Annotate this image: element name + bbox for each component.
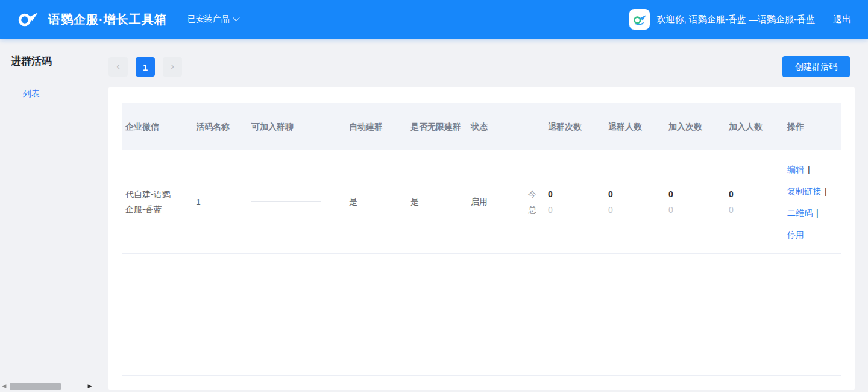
cell-auto-create: 是 (345, 197, 407, 207)
sidebar-title: 进群活码 (0, 54, 99, 68)
action-separator: | (825, 186, 827, 196)
qrcode-link[interactable]: 二维码 (787, 208, 813, 218)
app-logo-icon (17, 11, 39, 27)
pagination: ‹ 1 › (108, 57, 182, 77)
toolbar: ‹ 1 › 创建群活码 (108, 57, 855, 77)
sidebar-item-list[interactable]: 列表 (0, 89, 99, 100)
logout-button[interactable]: 退出 (833, 14, 851, 25)
col-header-wecom: 企业微信 (122, 120, 192, 133)
table-row: 代自建-语鹦企服-香蓝 1 是 是 启用 今 总 0 0 0 (122, 150, 841, 254)
cell-leave-people: 0 0 (605, 186, 665, 218)
create-group-code-button[interactable]: 创建群活码 (782, 56, 850, 77)
pagination-prev-button[interactable]: ‹ (108, 57, 128, 77)
cell-leave-count: 0 0 (544, 186, 605, 218)
disable-link[interactable]: 停用 (787, 230, 804, 239)
col-header-auto-create: 自动建群 (345, 120, 407, 133)
scrollbar-track[interactable] (8, 382, 86, 390)
main-content: ‹ 1 › 创建群活码 企业微信 活码名称 可加入群聊 自动建群 是否无限建群 … (99, 39, 868, 392)
cell-unlimited: 是 (407, 197, 467, 207)
user-avatar[interactable] (629, 9, 650, 30)
table-card: 企业微信 活码名称 可加入群聊 自动建群 是否无限建群 状态 退群次数 退群人数… (108, 87, 855, 390)
cell-code-name: 1 (192, 197, 248, 207)
col-header-joinable-groups: 可加入群聊 (248, 120, 345, 133)
col-header-status: 状态 (467, 120, 524, 133)
installed-products-label: 已安装产品 (187, 14, 230, 25)
cell-status: 启用 (467, 197, 524, 207)
top-navbar: 语鹦企服·增长工具箱 已安装产品 欢迎你, 语鹦企服-香蓝 —语鹦企服-香蓝 退… (0, 0, 868, 39)
cell-stat-labels: 今 总 (524, 186, 544, 218)
sidebar: 进群活码 列表 (0, 39, 99, 392)
scrollbar-thumb[interactable] (10, 383, 61, 390)
app-title: 语鹦企服·增长工具箱 (48, 11, 167, 28)
today-label: 今 (528, 186, 544, 202)
welcome-text: 欢迎你, 语鹦企服-香蓝 —语鹦企服-香蓝 (657, 14, 816, 25)
total-label: 总 (528, 202, 544, 218)
cell-join-count: 0 0 (665, 186, 725, 218)
scroll-left-icon[interactable]: ◀ (0, 382, 8, 390)
table-empty-region (122, 254, 841, 376)
cell-joinable-groups (248, 201, 345, 202)
joinable-groups-empty-line (251, 201, 321, 202)
cell-join-people: 0 0 (725, 186, 784, 218)
chevron-down-icon (233, 14, 239, 21)
col-header-code-name: 活码名称 (192, 120, 248, 133)
copy-link-link[interactable]: 复制链接 (787, 186, 821, 196)
action-separator: | (816, 208, 819, 218)
scroll-right-icon[interactable]: ▶ (86, 382, 94, 390)
action-separator: | (808, 165, 810, 174)
col-header-join-people: 加入人数 (725, 120, 784, 133)
cell-wecom: 代自建-语鹦企服-香蓝 (122, 187, 192, 217)
pagination-page-1-button[interactable]: 1 (136, 57, 155, 77)
col-header-unlimited: 是否无限建群 (407, 120, 467, 133)
installed-products-menu[interactable]: 已安装产品 (187, 14, 239, 25)
horizontal-scrollbar: ◀ ▶ (0, 382, 94, 390)
col-header-leave-count: 退群次数 (544, 120, 605, 133)
col-header-join-count: 加入次数 (665, 120, 725, 133)
cell-actions: 编辑| 复制链接| 二维码| 停用 (784, 159, 841, 245)
table-header-row: 企业微信 活码名称 可加入群聊 自动建群 是否无限建群 状态 退群次数 退群人数… (122, 103, 841, 150)
col-header-leave-people: 退群人数 (605, 120, 665, 133)
pagination-next-button[interactable]: › (163, 57, 182, 77)
col-header-actions: 操作 (784, 120, 841, 133)
edit-link[interactable]: 编辑 (787, 165, 804, 174)
